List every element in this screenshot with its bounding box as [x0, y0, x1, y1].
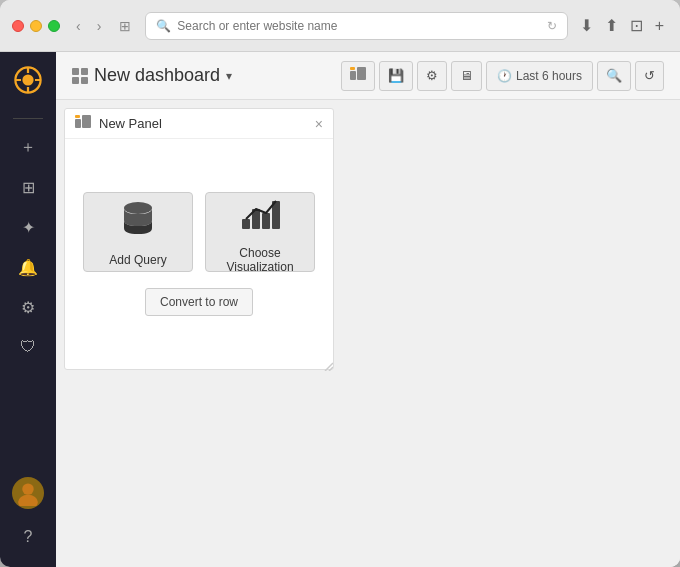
- clock-icon: 🕐: [497, 69, 512, 83]
- new-window-button[interactable]: ⊡: [626, 14, 647, 37]
- dashboard-body: New Panel ×: [56, 100, 680, 567]
- zoom-out-button[interactable]: 🔍: [597, 61, 631, 91]
- panel-title: New Panel: [99, 116, 307, 131]
- sidebar-item-alerting[interactable]: 🔔: [10, 249, 46, 285]
- new-panel: New Panel ×: [64, 108, 334, 370]
- browser-window: ‹ › ⊞ 🔍 ↻ ⬇ ⬆ ⊡ +: [0, 0, 680, 567]
- save-button[interactable]: 💾: [379, 61, 413, 91]
- svg-rect-15: [242, 219, 250, 229]
- svg-rect-11: [75, 119, 81, 128]
- refresh-button[interactable]: ↺: [635, 61, 664, 91]
- sidebar-item-add[interactable]: ＋: [10, 129, 46, 165]
- shield-icon: 🛡: [20, 338, 36, 356]
- settings-icon: ⚙: [21, 298, 35, 317]
- svg-line-20: [329, 367, 333, 371]
- dashboard-title: New dashboard: [94, 65, 220, 86]
- dashboard-dropdown-arrow[interactable]: ▾: [226, 69, 232, 83]
- svg-line-19: [325, 363, 333, 371]
- sidebar-bottom: ?: [10, 477, 46, 557]
- panel-actions-row: Add Query: [83, 192, 315, 272]
- address-input[interactable]: [177, 19, 540, 33]
- refresh-icon: ↺: [644, 68, 655, 83]
- chart-icon: [240, 191, 280, 238]
- help-icon: ?: [24, 528, 33, 546]
- sidebar-item-shield[interactable]: 🛡: [10, 329, 46, 365]
- sidebar-item-explore[interactable]: ✦: [10, 209, 46, 245]
- download-button[interactable]: ⬇: [576, 14, 597, 37]
- svg-rect-8: [350, 71, 356, 80]
- explore-icon: ✦: [22, 218, 35, 237]
- choose-visualization-label: Choose Visualization: [206, 246, 314, 274]
- time-range-button[interactable]: 🕐 Last 6 hours: [486, 61, 593, 91]
- panel-resize-handle[interactable]: [321, 357, 333, 369]
- tv-mode-button[interactable]: 🖥: [451, 61, 482, 91]
- svg-point-14: [124, 202, 152, 214]
- save-icon: 💾: [388, 68, 404, 83]
- sidebar-item-dashboards[interactable]: ⊞: [10, 169, 46, 205]
- dashboards-icon: ⊞: [22, 178, 35, 197]
- database-icon: [118, 198, 158, 245]
- svg-rect-12: [82, 115, 91, 128]
- forward-button[interactable]: ›: [93, 16, 106, 36]
- zoom-out-icon: 🔍: [606, 68, 622, 83]
- add-icon: ＋: [20, 137, 36, 158]
- minimize-window-button[interactable]: [30, 20, 42, 32]
- sidebar: ＋ ⊞ ✦ 🔔 ⚙ 🛡: [0, 52, 56, 567]
- user-avatar[interactable]: [12, 477, 44, 509]
- settings-button[interactable]: ⚙: [417, 61, 447, 91]
- sidebar-item-settings[interactable]: ⚙: [10, 289, 46, 325]
- sidebar-divider: [13, 118, 43, 119]
- svg-rect-10: [350, 67, 355, 70]
- grafana-logo[interactable]: [10, 62, 46, 98]
- tab-overview-button[interactable]: ⊞: [113, 16, 137, 36]
- dashboard-grid-icon: [72, 68, 88, 84]
- close-window-button[interactable]: [12, 20, 24, 32]
- search-icon: 🔍: [156, 19, 171, 33]
- svg-point-7: [18, 495, 38, 506]
- svg-rect-17: [262, 213, 270, 229]
- add-query-button[interactable]: Add Query: [83, 192, 193, 272]
- address-bar[interactable]: 🔍 ↻: [145, 12, 567, 40]
- topbar: New dashboard ▾ 💾: [56, 52, 680, 100]
- fullscreen-window-button[interactable]: [48, 20, 60, 32]
- convert-to-row-button[interactable]: Convert to row: [145, 288, 253, 316]
- tv-icon: 🖥: [460, 68, 473, 83]
- svg-point-1: [22, 74, 33, 85]
- panel-close-button[interactable]: ×: [315, 116, 323, 132]
- page-refresh-icon[interactable]: ↻: [547, 19, 557, 33]
- settings-cog-icon: ⚙: [426, 68, 438, 83]
- traffic-lights: [12, 20, 60, 32]
- main-area: ＋ ⊞ ✦ 🔔 ⚙ 🛡: [0, 52, 680, 567]
- add-query-label: Add Query: [109, 253, 166, 267]
- svg-point-6: [22, 483, 33, 494]
- sidebar-item-help[interactable]: ?: [10, 519, 46, 555]
- topbar-actions: 💾 ⚙ 🖥 🕐 Last 6 hours 🔍: [341, 61, 664, 91]
- svg-rect-9: [357, 67, 366, 80]
- panel-body: Add Query: [65, 139, 333, 369]
- alerting-icon: 🔔: [18, 258, 38, 277]
- content-area: New dashboard ▾ 💾: [56, 52, 680, 567]
- add-tab-button[interactable]: +: [651, 15, 668, 37]
- svg-rect-13: [75, 115, 80, 118]
- add-panel-icon: [350, 67, 366, 84]
- share-button[interactable]: ⬆: [601, 14, 622, 37]
- panel-header: New Panel ×: [65, 109, 333, 139]
- panel-header-icon: [75, 115, 91, 132]
- time-range-label: Last 6 hours: [516, 69, 582, 83]
- titlebar-right-buttons: ⬇ ⬆ ⊡ +: [576, 14, 668, 37]
- back-button[interactable]: ‹: [72, 16, 85, 36]
- choose-visualization-button[interactable]: Choose Visualization: [205, 192, 315, 272]
- titlebar: ‹ › ⊞ 🔍 ↻ ⬇ ⬆ ⊡ +: [0, 0, 680, 52]
- title-area: New dashboard ▾: [72, 65, 333, 86]
- add-panel-button[interactable]: [341, 61, 375, 91]
